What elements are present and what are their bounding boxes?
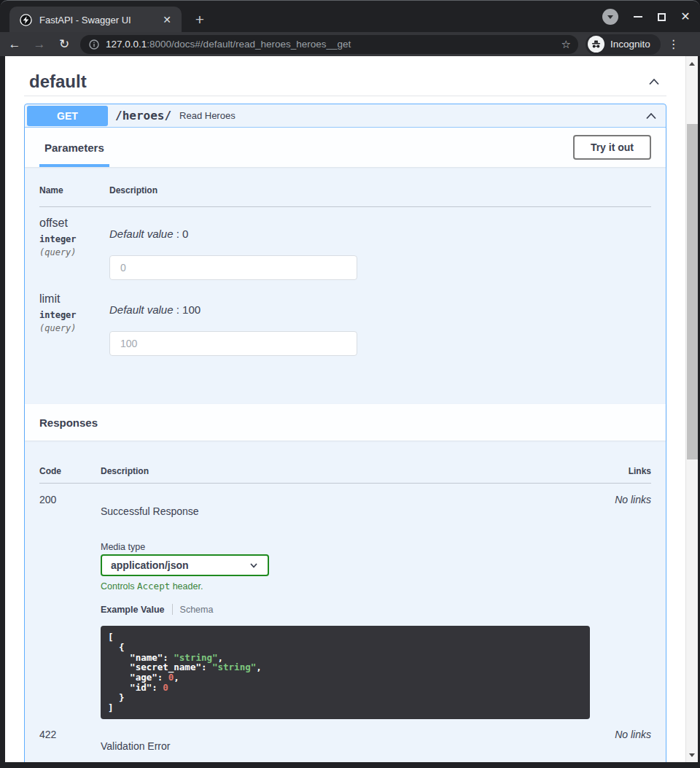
- tab-title: FastAPI - Swagger UI: [39, 15, 160, 26]
- param-input-offset[interactable]: [109, 255, 357, 280]
- responses-title: Responses: [39, 416, 98, 429]
- example-schema-tabs: Example Value Schema: [101, 604, 600, 615]
- param-name: limit: [39, 292, 109, 306]
- accept-header-note: Controls Accept header.: [101, 581, 600, 591]
- response-links: No links: [600, 729, 651, 752]
- param-name: offset: [39, 217, 109, 230]
- col-header-code: Code: [39, 466, 101, 476]
- media-type-block: Media type application/json Controls Acc…: [101, 542, 600, 591]
- tab-separator: [172, 604, 173, 615]
- method-badge: GET: [27, 106, 108, 126]
- response-description: Successful Response: [101, 505, 600, 517]
- tag-header[interactable]: default: [24, 68, 666, 96]
- media-type-select[interactable]: application/json: [101, 554, 269, 576]
- tag-section-default: default: [24, 68, 666, 96]
- scroll-down-icon[interactable]: [686, 749, 698, 761]
- response-code: 422: [39, 729, 101, 752]
- browser-window: FastAPI - Swagger UI ✕ + ✕ ← → ↻ 127.0.0…: [0, 0, 700, 768]
- forward-icon[interactable]: →: [29, 34, 50, 55]
- param-location: (query): [39, 323, 109, 333]
- tab-close-icon[interactable]: ✕: [160, 12, 174, 27]
- param-type: integer: [39, 310, 109, 320]
- example-code: [ { "name": "string", "secret_name": "st…: [101, 626, 590, 719]
- response-links: No links: [600, 494, 651, 719]
- address-bar[interactable]: 127.0.0.1:8000/docs#/default/read_heroes…: [80, 35, 578, 54]
- url-host: 127.0.0.1: [106, 39, 147, 50]
- param-type: integer: [39, 234, 109, 244]
- scroll-up-icon[interactable]: [686, 58, 698, 69]
- window-close-button[interactable]: ✕: [677, 9, 693, 25]
- responses-header: Responses: [25, 404, 666, 441]
- browser-toolbar: ← → ↻ 127.0.0.1:8000/docs#/default/read_…: [0, 32, 700, 56]
- param-default: Default value : 0: [109, 228, 651, 240]
- endpoint-summary[interactable]: GET /heroes/ Read Heroes: [25, 104, 666, 128]
- opblock-get-heroes: GET /heroes/ Read Heroes Parameters Try …: [24, 104, 666, 762]
- page-viewport: default GET /heroes/ Read Heroes: [5, 56, 698, 762]
- tab-schema[interactable]: Schema: [180, 605, 214, 615]
- param-location: (query): [39, 247, 109, 257]
- page-scrollbar[interactable]: [685, 56, 698, 762]
- responses-table-head: Code Description Links: [39, 466, 651, 484]
- bookmark-star-icon[interactable]: ☆: [561, 38, 571, 51]
- tab-search-icon[interactable]: [602, 9, 618, 25]
- tag-divider: [24, 96, 666, 96]
- response-description: Validation Error: [101, 740, 600, 752]
- response-row-422: 422 Validation Error No links: [39, 719, 651, 752]
- col-header-description: Description: [101, 466, 600, 476]
- tab-example-value[interactable]: Example Value: [101, 605, 165, 615]
- url-path: :8000/docs#/default/read_heroes_heroes__…: [147, 39, 351, 50]
- parameters-table: Name Description offset integer (query) …: [25, 167, 666, 404]
- swagger-ui: default GET /heroes/ Read Heroes: [5, 56, 685, 762]
- browser-tab[interactable]: FastAPI - Swagger UI ✕: [9, 7, 182, 33]
- response-row-200: 200 Successful Response Media type appli…: [39, 484, 651, 719]
- tag-title: default: [29, 71, 87, 92]
- incognito-label: Incognito: [610, 39, 650, 50]
- parameters-header: Parameters Try it out: [25, 128, 666, 167]
- col-header-links: Links: [600, 466, 651, 476]
- tab-bar: FastAPI - Swagger UI ✕ + ✕: [0, 0, 700, 32]
- chevron-down-icon: [249, 560, 259, 570]
- maximize-button[interactable]: [653, 9, 669, 25]
- responses-table: Code Description Links 200 Successful Re…: [25, 441, 666, 762]
- back-icon[interactable]: ←: [4, 34, 25, 55]
- tab-parameters[interactable]: Parameters: [39, 128, 109, 167]
- param-row-limit: limit integer (query) Default value : 10…: [39, 283, 651, 356]
- col-header-description: Description: [109, 185, 651, 195]
- minimize-button[interactable]: [630, 9, 646, 25]
- scrollbar-thumb[interactable]: [687, 124, 698, 459]
- url-text: 127.0.0.1:8000/docs#/default/read_heroes…: [106, 39, 557, 50]
- endpoint-path: /heroes/: [115, 109, 171, 123]
- param-input-limit[interactable]: [109, 331, 357, 356]
- incognito-badge: Incognito: [586, 34, 661, 55]
- new-tab-button[interactable]: +: [191, 11, 209, 28]
- reload-icon[interactable]: ↻: [54, 34, 74, 55]
- try-it-out-button[interactable]: Try it out: [573, 135, 651, 160]
- parameters-table-head: Name Description: [39, 185, 651, 207]
- collapse-tag-icon[interactable]: [647, 74, 661, 89]
- media-type-label: Media type: [101, 542, 600, 552]
- browser-menu-icon[interactable]: ⋮: [666, 37, 681, 51]
- media-type-value: application/json: [111, 559, 189, 571]
- param-default: Default value : 100: [109, 303, 651, 316]
- fastapi-favicon-icon: [20, 14, 32, 26]
- site-info-icon[interactable]: [89, 39, 99, 50]
- response-code: 200: [39, 494, 101, 719]
- endpoint-description: Read Heroes: [179, 110, 644, 121]
- param-row-offset: offset integer (query) Default value : 0: [39, 207, 651, 280]
- incognito-icon: [588, 36, 604, 53]
- collapse-endpoint-icon[interactable]: [644, 109, 658, 123]
- col-header-name: Name: [39, 185, 109, 195]
